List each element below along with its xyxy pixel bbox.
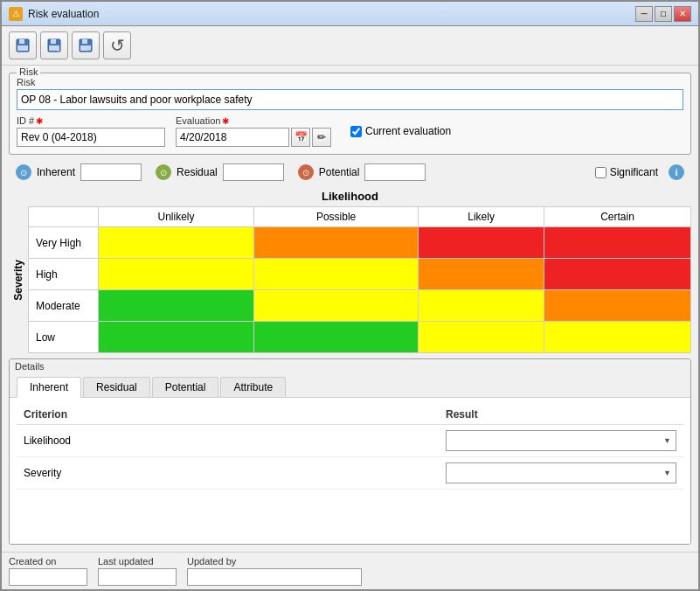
cell-low-possible bbox=[254, 322, 419, 353]
table-row: High bbox=[29, 259, 691, 290]
residual-score-item: ⊙ Residual bbox=[156, 163, 284, 181]
cell-moderate-unlikely bbox=[99, 290, 254, 322]
last-updated-label: Last updated bbox=[98, 556, 177, 567]
save-button-2[interactable]: + bbox=[40, 31, 68, 59]
cell-low-unlikely bbox=[99, 322, 254, 353]
cell-veryhigh-certain bbox=[544, 227, 690, 259]
updated-by-input[interactable] bbox=[187, 568, 362, 586]
likelihood-criterion: Likelihood bbox=[17, 425, 439, 457]
significant-checkbox[interactable] bbox=[595, 167, 606, 178]
cell-low-likely bbox=[419, 322, 544, 353]
edit-date-button[interactable]: ✏ bbox=[312, 128, 331, 147]
window-icon: ⚠ bbox=[9, 7, 23, 21]
table-row: Likelihood bbox=[17, 425, 683, 457]
severity-select[interactable] bbox=[446, 462, 676, 483]
residual-icon: ⊙ bbox=[156, 164, 171, 180]
inherent-label: Inherent bbox=[37, 166, 75, 178]
cell-moderate-likely bbox=[419, 290, 544, 322]
criteria-table: Criterion Result Likelihood bbox=[17, 405, 683, 490]
last-updated-input[interactable] bbox=[98, 568, 177, 586]
likelihood-result-cell bbox=[439, 425, 683, 457]
matrix-title: Likelihood bbox=[9, 190, 691, 203]
calendar-button[interactable]: 📅 bbox=[291, 128, 310, 147]
table-row: Very High bbox=[29, 227, 691, 259]
minimize-button[interactable]: ─ bbox=[635, 6, 653, 22]
tab-content: Criterion Result Likelihood bbox=[10, 398, 690, 544]
refresh-button[interactable]: ↺ bbox=[103, 31, 131, 59]
close-button[interactable]: ✕ bbox=[674, 6, 691, 22]
svg-rect-2 bbox=[17, 45, 28, 51]
col-header-unlikely: Unlikely bbox=[99, 207, 254, 227]
save-icon-2: + bbox=[46, 38, 62, 53]
last-updated-field: Last updated bbox=[98, 556, 177, 586]
tab-inherent[interactable]: Inherent bbox=[17, 377, 81, 398]
id-input[interactable] bbox=[17, 128, 165, 147]
row-veryhigh: Very High bbox=[29, 227, 99, 259]
created-on-input[interactable] bbox=[9, 568, 87, 586]
svg-rect-4 bbox=[51, 39, 56, 44]
tabs-bar: Inherent Residual Potential Attribute bbox=[10, 373, 690, 398]
risk-field-label: Risk bbox=[17, 77, 683, 87]
cell-high-certain bbox=[544, 259, 690, 290]
matrix-section: Likelihood Severity Unlikely Possible Li… bbox=[9, 190, 691, 353]
cell-veryhigh-unlikely bbox=[99, 227, 254, 259]
likelihood-select-wrapper bbox=[446, 430, 676, 451]
window-controls: ─ □ ✕ bbox=[635, 6, 691, 22]
evaluation-label: Evaluation ✱ bbox=[176, 115, 331, 126]
details-label: Details bbox=[10, 359, 690, 373]
updated-by-label: Updated by bbox=[187, 556, 362, 567]
matrix-container: Severity Unlikely Possible Likely Certai… bbox=[9, 206, 691, 353]
cell-veryhigh-likely bbox=[419, 227, 544, 259]
cell-low-certain bbox=[544, 322, 690, 353]
inherent-input[interactable] bbox=[80, 163, 142, 181]
id-field-group: ID # ✱ bbox=[17, 115, 165, 147]
save-button-3[interactable]: → bbox=[72, 31, 100, 59]
date-input[interactable] bbox=[176, 128, 289, 147]
col-header-possible: Possible bbox=[254, 207, 419, 227]
risk-group: Risk Risk ID # ✱ Evaluation bbox=[9, 73, 691, 155]
created-on-field: Created on bbox=[9, 556, 87, 586]
significant-row: Significant i bbox=[595, 164, 684, 180]
likelihood-select[interactable] bbox=[446, 430, 676, 451]
current-eval-checkbox[interactable] bbox=[350, 126, 362, 137]
criterion-header: Criterion bbox=[17, 405, 439, 425]
cell-moderate-certain bbox=[544, 290, 690, 322]
details-section: Details Inherent Residual Potential Attr… bbox=[9, 358, 691, 545]
row-moderate: Moderate bbox=[29, 290, 99, 322]
table-row: Severity bbox=[17, 457, 683, 490]
risk-group-label: Risk bbox=[17, 66, 40, 77]
evaluation-field-group: Evaluation ✱ 📅 ✏ bbox=[176, 115, 331, 147]
cell-high-possible bbox=[254, 259, 419, 290]
date-row: 📅 ✏ bbox=[176, 128, 331, 147]
potential-score-item: ⊙ Potential bbox=[298, 163, 426, 181]
id-required: ✱ bbox=[36, 116, 43, 126]
risk-input[interactable] bbox=[17, 89, 683, 110]
maximize-button[interactable]: □ bbox=[655, 6, 672, 22]
id-label: ID # ✱ bbox=[17, 115, 165, 126]
save-button-1[interactable] bbox=[9, 31, 37, 59]
current-eval-row: Current evaluation bbox=[350, 125, 451, 137]
tab-attribute[interactable]: Attribute bbox=[220, 377, 286, 397]
toolbar: + → ↺ bbox=[2, 26, 698, 66]
window-title: Risk evaluation bbox=[28, 8, 635, 20]
score-row: ⊙ Inherent ⊙ Residual ⊙ Potential Signif… bbox=[9, 160, 691, 184]
residual-input[interactable] bbox=[223, 163, 284, 181]
eval-required: ✱ bbox=[222, 116, 229, 126]
main-content: Risk Risk ID # ✱ Evaluation bbox=[2, 66, 698, 552]
significant-label: Significant bbox=[610, 166, 658, 178]
severity-criterion: Severity bbox=[17, 457, 439, 490]
potential-input[interactable] bbox=[364, 163, 426, 181]
info-icon[interactable]: i bbox=[669, 164, 684, 180]
inherent-score-item: ⊙ Inherent bbox=[16, 163, 142, 181]
footer-bar: Created on Last updated Updated by bbox=[2, 552, 698, 589]
severity-select-wrapper bbox=[446, 462, 676, 483]
svg-rect-8 bbox=[82, 39, 87, 44]
created-on-label: Created on bbox=[9, 556, 87, 567]
tab-potential[interactable]: Potential bbox=[152, 377, 219, 397]
cell-high-likely bbox=[419, 259, 544, 290]
inherent-icon: ⊙ bbox=[16, 164, 31, 180]
table-row: Moderate bbox=[29, 290, 691, 322]
svg-rect-1 bbox=[19, 39, 24, 44]
table-row: Low bbox=[29, 322, 691, 353]
tab-residual[interactable]: Residual bbox=[83, 377, 150, 397]
